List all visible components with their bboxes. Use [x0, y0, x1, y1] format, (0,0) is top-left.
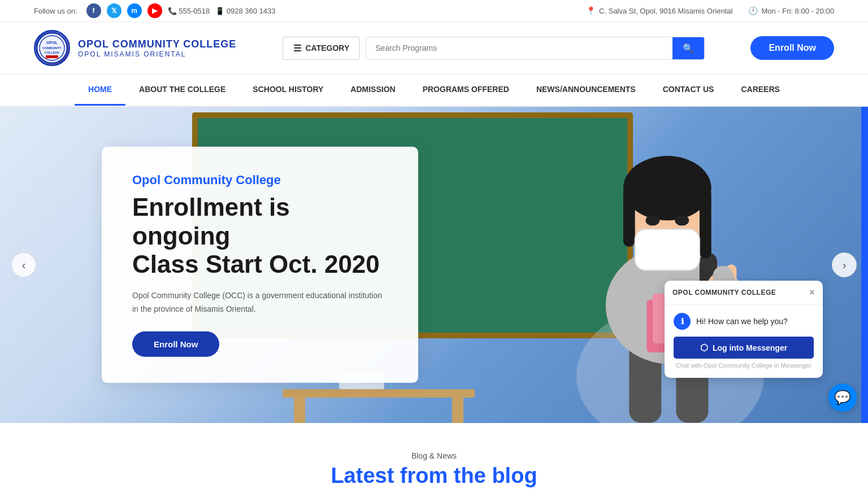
messenger-header: OPOL COMMUNITY COLLEGE × [665, 281, 823, 305]
category-button[interactable]: ☰ CATEGORY [283, 37, 361, 60]
facebook-icon[interactable]: f [86, 3, 101, 18]
svg-text:COLLEGE: COLLEGE [45, 51, 60, 54]
messenger-popup: OPOL COMMUNITY COLLEGE × ℹ Hi! How can w… [665, 281, 823, 378]
search-input[interactable] [366, 38, 672, 58]
hero-section: Opol Community College Enrollment is ong… [0, 107, 868, 423]
nav-item-about-the-college[interactable]: ABOUT THE COLLEGE [125, 75, 239, 106]
messenger-close-button[interactable]: × [809, 287, 815, 298]
svg-rect-23 [294, 398, 305, 423]
main-nav: HOMEABOUT THE COLLEGESCHOOL HISTORYADMIS… [0, 75, 868, 107]
messenger-info-icon: ℹ [674, 313, 691, 330]
address-text: C. Salva St, Opol, 9016 Misamis Oriental [599, 7, 732, 15]
mobile-icon: 📱 [215, 7, 224, 15]
nav-item-news-announcements[interactable]: NEWS/ANNOUNCEMENTS [523, 75, 649, 106]
hours-item: 🕐 Mon - Fri: 8:00 - 20:00 [748, 6, 834, 15]
follow-label: Follow us on: [34, 7, 77, 15]
nav-item-contact-us[interactable]: CONTACT US [649, 75, 728, 106]
phone1-text: 555-0518 [179, 7, 210, 15]
top-bar: Follow us on: f 𝕏 m ▶ 📞 555-0518 📱 0928 … [0, 0, 868, 22]
college-sub: OPOL MISAMIS ORIENTAL [78, 50, 236, 58]
svg-rect-22 [283, 389, 475, 398]
hero-title-line1: Enrollment is ongoing [132, 193, 290, 250]
enroll-now-button[interactable]: Enroll Now [750, 36, 834, 60]
right-edge-bar [861, 107, 868, 423]
hamburger-icon: ☰ [293, 43, 301, 54]
social-bar: Follow us on: f 𝕏 m ▶ 📞 555-0518 📱 0928 … [34, 3, 276, 18]
log-in-label: Log into Messenger [713, 343, 787, 352]
search-button[interactable]: 🔍 [672, 37, 704, 59]
svg-rect-17 [635, 229, 700, 271]
hero-title-line2: Class Start Oct. 2020 [132, 250, 380, 278]
phone2-item: 📱 0928 360 1433 [215, 7, 275, 15]
blog-title: Latest from the blog [34, 464, 834, 488]
header-search-area: ☰ CATEGORY 🔍 [248, 37, 739, 60]
blog-label: Blog & News [34, 451, 834, 460]
college-name: OPOL COMMUNITY COLLEGE [78, 38, 236, 50]
hours-text: Mon - Fri: 8:00 - 20:00 [761, 7, 834, 15]
phone1-item: 📞 555-0518 [168, 7, 210, 15]
header: OPOL COMMUNITY COLLEGE OPOL COMMUNITY CO… [0, 22, 868, 75]
college-logo: OPOL COMMUNITY COLLEGE [34, 30, 70, 66]
messenger-footer: Chat with Opol Community College in Mess… [674, 362, 814, 372]
messenger-greeting-area: ℹ Hi! How can we help you? [674, 313, 814, 330]
nav-item-careers[interactable]: CAREERS [727, 75, 793, 106]
messenger-icon[interactable]: m [127, 3, 142, 18]
svg-text:OPOL: OPOL [46, 41, 58, 45]
chat-bubble-icon: 💬 [834, 390, 851, 406]
hero-description: Opol Community College (OCC) is a govern… [132, 289, 388, 316]
messenger-college-label: OPOL COMMUNITY COLLEGE [672, 289, 776, 297]
nav-item-admission[interactable]: ADMISSION [337, 75, 409, 106]
nav-item-programs-offered[interactable]: PROGRAMS OFFERED [409, 75, 523, 106]
messenger-logo-icon: ⬡ [700, 342, 708, 353]
address-item: 📍 C. Salva St, Opol, 9016 Misamis Orient… [586, 6, 732, 15]
svg-point-14 [623, 156, 711, 221]
hero-enroll-button[interactable]: Enroll Now [132, 332, 219, 357]
svg-rect-16 [700, 189, 711, 259]
messenger-body: ℹ Hi! How can we help you? ⬡ Log into Me… [665, 305, 823, 378]
youtube-icon[interactable]: ▶ [147, 3, 162, 18]
messenger-greeting: Hi! How can we help you? [696, 317, 788, 326]
nav-item-school-history[interactable]: SCHOOL HISTORY [239, 75, 337, 106]
hero-card: Opol Community College Enrollment is ong… [102, 147, 418, 383]
search-bar: 🔍 [366, 37, 705, 60]
contact-info: 📍 C. Salva St, Opol, 9016 Misamis Orient… [586, 6, 834, 15]
svg-point-18 [645, 215, 659, 226]
svg-rect-24 [452, 398, 463, 423]
hero-subtitle: Opol Community College [132, 173, 388, 188]
carousel-prev-button[interactable]: ‹ [11, 252, 36, 277]
nav-item-home[interactable]: HOME [75, 75, 125, 106]
prev-icon: ‹ [22, 259, 26, 272]
log-into-messenger-button[interactable]: ⬡ Log into Messenger [674, 337, 814, 359]
logo-area: OPOL COMMUNITY COLLEGE OPOL COMMUNITY CO… [34, 30, 236, 66]
twitter-icon[interactable]: 𝕏 [107, 3, 121, 18]
category-label: CATEGORY [306, 43, 350, 53]
svg-rect-5 [46, 55, 58, 58]
next-icon: › [843, 259, 847, 272]
svg-rect-15 [623, 189, 635, 247]
svg-text:COMMUNITY: COMMUNITY [42, 46, 62, 50]
phone2-text: 0928 360 1433 [227, 7, 276, 15]
carousel-next-button[interactable]: › [832, 252, 857, 277]
blog-section: Blog & News Latest from the blog [0, 423, 868, 497]
phone-icon: 📞 [168, 7, 177, 15]
svg-point-19 [675, 215, 689, 226]
float-chat-button[interactable]: 💬 [828, 383, 857, 412]
hero-title: Enrollment is ongoing Class Start Oct. 2… [132, 193, 388, 279]
location-icon: 📍 [586, 6, 596, 15]
clock-icon: 🕐 [748, 6, 758, 15]
logo-text: OPOL COMMUNITY COLLEGE OPOL MISAMIS ORIE… [78, 38, 236, 58]
